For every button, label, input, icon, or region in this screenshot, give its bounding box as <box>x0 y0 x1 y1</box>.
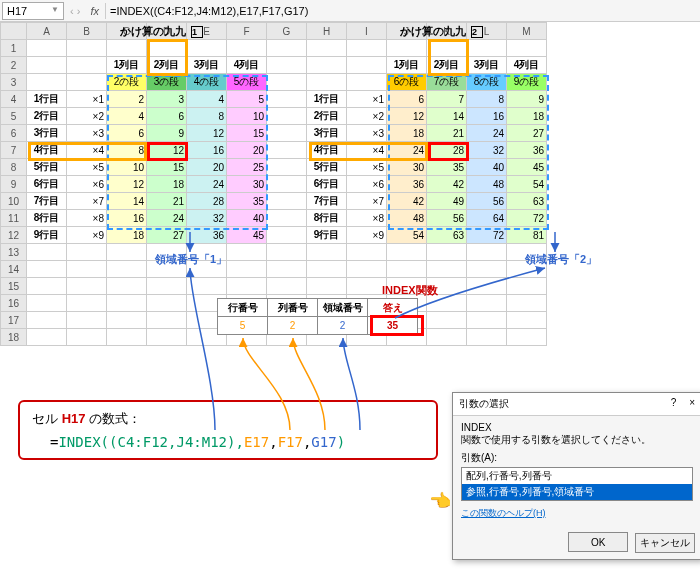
cell[interactable] <box>187 40 227 57</box>
cell[interactable] <box>507 40 547 57</box>
cell[interactable]: 6 <box>387 91 427 108</box>
cell[interactable]: 63 <box>427 227 467 244</box>
cell[interactable]: 36 <box>507 142 547 159</box>
cell[interactable]: 30 <box>387 159 427 176</box>
cell[interactable]: 14 <box>107 193 147 210</box>
cell[interactable] <box>67 57 107 74</box>
cell[interactable] <box>467 278 507 295</box>
cell[interactable] <box>147 295 187 312</box>
cell[interactable]: 8 <box>467 91 507 108</box>
cell[interactable]: ×7 <box>347 193 387 210</box>
cell[interactable] <box>107 278 147 295</box>
cell[interactable]: 4列目 <box>507 57 547 74</box>
cell[interactable]: ×9 <box>347 227 387 244</box>
cell[interactable] <box>507 295 547 312</box>
col-header[interactable]: B <box>67 23 107 40</box>
cell[interactable]: ×8 <box>67 210 107 227</box>
cell[interactable] <box>307 261 347 278</box>
cell[interactable] <box>67 244 107 261</box>
cell[interactable] <box>27 278 67 295</box>
cell[interactable]: ×3 <box>67 125 107 142</box>
arg-list[interactable]: 配列,行番号,列番号 参照,行番号,列番号,領域番号 <box>461 467 693 501</box>
cell[interactable] <box>27 295 67 312</box>
cell[interactable]: ×1 <box>347 91 387 108</box>
cell[interactable]: 32 <box>467 142 507 159</box>
cell[interactable] <box>267 74 307 91</box>
cell[interactable] <box>467 244 507 261</box>
cell[interactable]: 18 <box>147 176 187 193</box>
cell[interactable]: ×6 <box>67 176 107 193</box>
cell[interactable]: ×1 <box>67 91 107 108</box>
row-header[interactable]: 5 <box>1 108 27 125</box>
cell[interactable]: 24 <box>147 210 187 227</box>
cell[interactable] <box>107 329 147 346</box>
cell[interactable] <box>267 125 307 142</box>
cell[interactable] <box>467 261 507 278</box>
cell[interactable] <box>267 91 307 108</box>
cell[interactable] <box>227 40 267 57</box>
cell[interactable]: 6 <box>107 125 147 142</box>
arg-option-2[interactable]: 参照,行番号,列番号,領域番号 <box>462 484 692 500</box>
cell[interactable]: 49 <box>427 193 467 210</box>
cell[interactable]: 8 <box>187 108 227 125</box>
cell[interactable]: 5行目 <box>307 159 347 176</box>
cell[interactable]: 3行目 <box>27 125 67 142</box>
cell[interactable]: 8 <box>107 142 147 159</box>
cell[interactable]: ×2 <box>347 108 387 125</box>
cell[interactable]: 24 <box>187 176 227 193</box>
cell[interactable] <box>67 295 107 312</box>
cell[interactable] <box>27 40 67 57</box>
cell[interactable]: 12 <box>187 125 227 142</box>
cell[interactable] <box>267 193 307 210</box>
cell[interactable] <box>267 108 307 125</box>
cell[interactable]: 45 <box>507 159 547 176</box>
row-header[interactable]: 1 <box>1 40 27 57</box>
cell[interactable] <box>107 244 147 261</box>
cell[interactable]: 8行目 <box>307 210 347 227</box>
dialog-help-icon[interactable]: ? <box>671 397 677 408</box>
cell[interactable]: 3列目 <box>467 57 507 74</box>
cell[interactable] <box>147 278 187 295</box>
row-header[interactable]: 14 <box>1 261 27 278</box>
cell[interactable]: 8行目 <box>27 210 67 227</box>
cell[interactable]: 1行目 <box>307 91 347 108</box>
cell[interactable] <box>347 278 387 295</box>
cell[interactable]: 15 <box>147 159 187 176</box>
cell[interactable]: 36 <box>387 176 427 193</box>
cell[interactable]: 56 <box>427 210 467 227</box>
cell[interactable] <box>107 312 147 329</box>
cell[interactable]: 9行目 <box>27 227 67 244</box>
row-header[interactable]: 7 <box>1 142 27 159</box>
cell[interactable] <box>147 329 187 346</box>
cell[interactable]: 16 <box>467 108 507 125</box>
cell[interactable]: 16 <box>107 210 147 227</box>
cell[interactable] <box>67 40 107 57</box>
cell[interactable]: ×4 <box>67 142 107 159</box>
cell[interactable] <box>267 227 307 244</box>
cell[interactable]: 9の段 <box>507 74 547 91</box>
row-header[interactable]: 2 <box>1 57 27 74</box>
cell[interactable]: 42 <box>427 176 467 193</box>
cell[interactable]: ×7 <box>67 193 107 210</box>
cell[interactable]: 12 <box>107 176 147 193</box>
cell[interactable] <box>307 57 347 74</box>
cell[interactable] <box>67 261 107 278</box>
cell[interactable] <box>507 329 547 346</box>
cell[interactable]: ×8 <box>347 210 387 227</box>
cell[interactable]: 20 <box>227 142 267 159</box>
cell[interactable] <box>27 57 67 74</box>
ok-button[interactable]: OK <box>568 532 628 552</box>
cell[interactable] <box>67 312 107 329</box>
cell[interactable] <box>347 40 387 57</box>
cell[interactable] <box>267 210 307 227</box>
cell[interactable]: 4行目 <box>27 142 67 159</box>
cell[interactable]: 48 <box>467 176 507 193</box>
cell[interactable]: 7 <box>427 91 467 108</box>
cell[interactable]: 4行目 <box>307 142 347 159</box>
cell[interactable]: 4の段 <box>187 74 227 91</box>
cell[interactable]: 45 <box>227 227 267 244</box>
cell[interactable]: 5の段 <box>227 74 267 91</box>
cell[interactable]: 24 <box>387 142 427 159</box>
cell[interactable]: 20 <box>187 159 227 176</box>
cell[interactable]: 3の段 <box>147 74 187 91</box>
